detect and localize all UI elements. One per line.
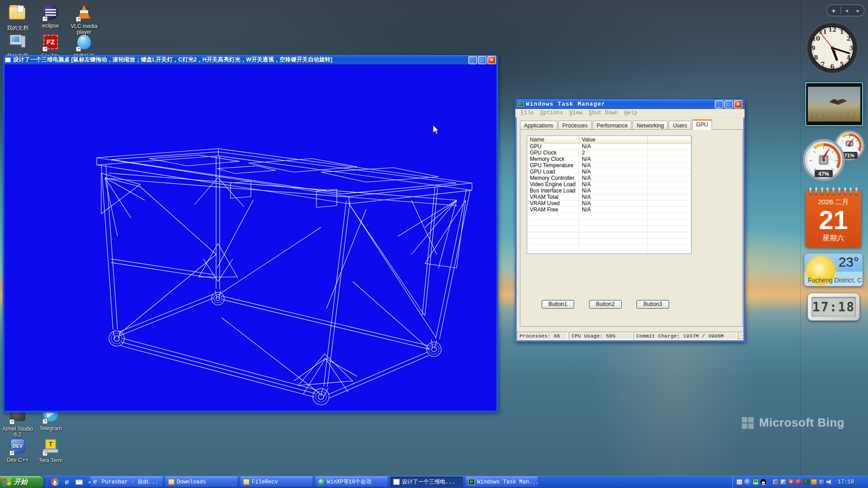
my-computer-icon — [9, 35, 26, 52]
app-window-icon — [5, 57, 11, 62]
taskbar-button-task-manager[interactable]: Windows Task Man... — [466, 477, 538, 487]
tray-clock[interactable]: 17:18 — [838, 479, 854, 485]
table-row[interactable]: VRAM TotalN/A — [527, 194, 691, 201]
table-row[interactable]: VRAM UsedN/A — [527, 201, 691, 207]
network-offline-icon[interactable]: ✕ — [773, 479, 778, 485]
minimize-button[interactable]: _ — [715, 100, 723, 108]
photo-bird-image — [808, 87, 860, 122]
windows-media-player-icon[interactable] — [51, 478, 59, 486]
viewer-3d-viewport[interactable] — [5, 65, 496, 411]
outlook-express-icon[interactable] — [75, 478, 83, 486]
photo-slideshow-gadget[interactable] — [805, 82, 863, 126]
button3[interactable]: Button3 — [637, 300, 669, 309]
tab-users[interactable]: Users — [669, 121, 691, 130]
task-manager-titlebar[interactable]: Windows Task Manager _ □ ✕ — [515, 99, 745, 109]
close-button[interactable]: ✕ — [487, 56, 496, 64]
table-row[interactable]: Bus Interface LoadN/A — [527, 188, 691, 194]
close-button[interactable]: ✕ — [734, 100, 742, 108]
gpu-list-view[interactable]: Name Value GPUN/A GPU Clock2 Memory Cloc… — [527, 136, 692, 254]
eclipse-icon: ↗ — [42, 5, 59, 22]
calendar-gadget[interactable]: 2026 二月 21 星期六 — [806, 191, 861, 248]
table-row[interactable]: Video Engine LoadN/A — [527, 182, 691, 188]
sidebar-seam — [800, 0, 801, 476]
start-button[interactable]: 开始 — [0, 476, 44, 488]
digital-clock-gadget[interactable]: 17:18 — [807, 293, 860, 321]
menu-view[interactable]: View — [566, 109, 585, 117]
taskbar: 开始 e » e Purasbar - 自由... Downloads File… — [0, 476, 868, 488]
table-row[interactable]: GPU TemperatureN/A — [527, 163, 691, 169]
keyboard-icon[interactable] — [736, 479, 742, 485]
network-icon[interactable] — [780, 479, 786, 485]
folder-icon — [168, 479, 175, 485]
orange-app-icon[interactable] — [811, 479, 817, 485]
dev-cpp-icon: DEV↗ — [9, 439, 26, 456]
button1[interactable]: Button1 — [542, 300, 574, 309]
volume-icon[interactable] — [826, 479, 832, 485]
table-row[interactable]: GPUN/A — [527, 144, 691, 150]
weather-gadget[interactable]: 23° Fucheng District, C... — [804, 253, 863, 286]
button2[interactable]: Button2 — [589, 300, 622, 309]
menu-options[interactable]: Options — [538, 109, 566, 117]
add-gadget-button[interactable]: + — [827, 7, 840, 14]
desktop-icon-vlc[interactable]: ↗ VLC media player — [66, 4, 102, 35]
taskbar-button-purasbar[interactable]: e Purasbar - 自由... — [90, 477, 163, 487]
taskbar-button-downloads[interactable]: Downloads — [165, 477, 238, 487]
desktop-icon-dev-cpp[interactable]: DEV↗ Dev-C++ — [0, 437, 35, 463]
gadget-next-button[interactable]: ► — [853, 8, 864, 13]
column-header-blank[interactable] — [648, 136, 691, 143]
tab-gpu[interactable]: GPU — [692, 119, 712, 130]
taskbar-button-filerecv[interactable]: FileRecv — [241, 477, 313, 487]
table-row[interactable]: Memory ControllerN/A — [527, 175, 691, 182]
my-documents-icon — [9, 7, 26, 24]
tab-applications[interactable]: Applications — [520, 121, 557, 130]
svg-text:10: 10 — [812, 35, 820, 42]
desktop-icon-eclipse[interactable]: ↗ eclipse — [33, 4, 68, 29]
taskbar-button-winxp-sessions[interactable]: WinXP等10个会话 — [316, 477, 388, 487]
calendar-weekday: 星期六 — [806, 234, 861, 243]
resize-grip[interactable] — [738, 334, 744, 340]
gadget-prev-button[interactable]: ◄ — [841, 8, 853, 13]
desktop-icon-my-documents[interactable]: 我的文档 — [0, 4, 35, 31]
menu-shutdown[interactable]: Shut Down — [586, 109, 621, 117]
security-shield-icon[interactable]: ✕ — [788, 479, 794, 485]
tab-performance[interactable]: Performance — [593, 121, 632, 130]
shortcut-arrow-icon: ↗ — [9, 419, 14, 424]
maximize-button[interactable]: □ — [724, 100, 733, 108]
taskbar-button-3d-viewer[interactable]: 设计了一个三维电... — [391, 477, 463, 487]
minimize-button[interactable]: _ — [468, 56, 477, 64]
task-manager-window: Windows Task Manager _ □ ✕ File Options … — [515, 99, 745, 342]
table-row[interactable]: GPU LoadN/A — [527, 169, 691, 175]
filezilla-icon: FZ↗ — [42, 35, 59, 52]
tab-processes[interactable]: Processes — [558, 121, 592, 130]
analog-clock-gadget[interactable]: 12 1 2 3 4 5 6 7 8 9 10 11 — [806, 21, 859, 75]
viewer-titlebar[interactable]: 设计了一个三维电脑桌 [鼠标左键拖动，滚轮缩放；键盘L开关灯，C灯光2，H开关高… — [3, 55, 498, 65]
desktop-icon-tera-term[interactable]: T↗ Tera Term — [33, 437, 68, 464]
table-row-empty — [527, 245, 691, 251]
qq-icon[interactable] — [760, 479, 766, 485]
menu-file[interactable]: File — [518, 109, 537, 117]
task-manager-tabs: Applications Processes Performance Netwo… — [520, 119, 713, 130]
column-header-name[interactable]: Name — [527, 136, 579, 143]
table-row[interactable]: Memory ClockN/A — [527, 156, 691, 163]
sessions-icon — [318, 479, 325, 485]
red-ball-icon[interactable] — [796, 479, 802, 485]
analog-clock-face: 12 1 2 3 4 5 6 7 8 9 10 11 — [806, 21, 859, 75]
internet-explorer-icon[interactable]: e — [63, 478, 71, 486]
table-row[interactable]: GPU Clock2 — [527, 150, 691, 156]
windows-flag-icon — [3, 477, 12, 486]
maximize-button[interactable]: □ — [478, 56, 486, 64]
column-header-value[interactable]: Value — [579, 136, 648, 143]
menu-help[interactable]: Help — [622, 109, 640, 117]
hide-icons-chevron-icon[interactable]: ‹ — [744, 479, 751, 485]
tab-networking[interactable]: Networking — [632, 121, 668, 130]
weather-location: Fucheng District, C... — [808, 277, 863, 284]
table-row-empty — [527, 226, 691, 232]
table-row[interactable]: VRAM FreeN/A — [527, 207, 691, 213]
green-app-icon[interactable] — [753, 479, 759, 485]
cpu-meter-gadget[interactable]: 71% 47% — [803, 130, 868, 183]
status-processes: Processes: 66 — [517, 332, 568, 340]
sleep-moon-icon[interactable]: ☾ — [803, 479, 809, 485]
task-manager-icon — [468, 479, 475, 485]
blue-app-icon[interactable] — [819, 479, 825, 485]
svg-text:3: 3 — [849, 45, 853, 52]
